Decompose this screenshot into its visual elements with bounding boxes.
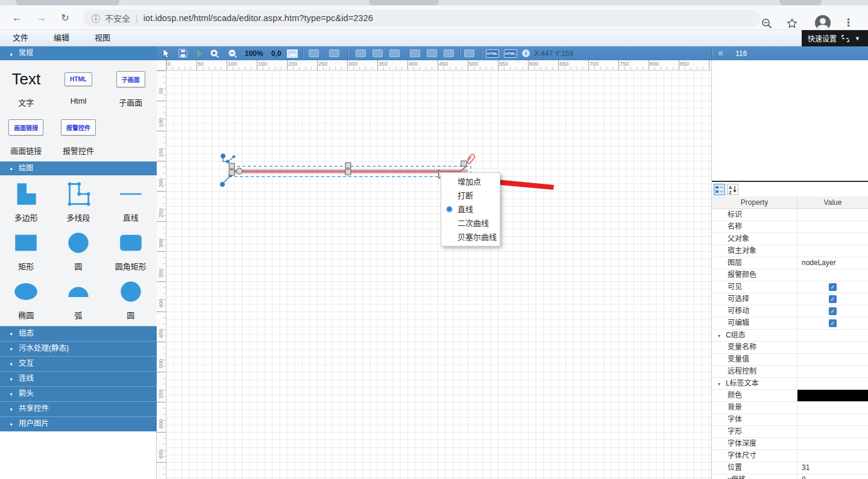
shape-item-polyline[interactable]: 多线段 (52, 180, 105, 229)
zoom-out-icon[interactable] (228, 46, 237, 60)
color-swatch[interactable] (797, 390, 868, 401)
pointer-tool-icon[interactable] (163, 46, 171, 60)
property-section-name[interactable]: ▼L标签文本 (712, 378, 797, 389)
checkbox-checked-icon[interactable]: ✓ (829, 307, 837, 315)
zoom-in-icon[interactable] (210, 46, 219, 60)
general-item-3[interactable]: 画面链接画面链接 (0, 113, 52, 161)
property-value[interactable] (797, 414, 868, 425)
checkbox-checked-icon[interactable]: ✓ (829, 283, 837, 291)
browser-tab[interactable] (779, 0, 822, 5)
menu-item-0[interactable]: 文件 (0, 30, 41, 46)
shape-item-circle[interactable]: 圆 (104, 278, 157, 327)
background-image-icon[interactable] (287, 46, 298, 60)
browser-tab[interactable] (369, 0, 439, 5)
triangle-down-icon: ▼ (9, 389, 13, 401)
bookmark-star-icon[interactable] (786, 17, 798, 30)
context-menu-item-1[interactable]: 打断 (441, 189, 500, 202)
group-icon[interactable] (309, 46, 319, 60)
sort-az-icon[interactable]: A Z (727, 184, 738, 195)
align-bottom-icon[interactable] (444, 46, 454, 60)
shape-item-rect[interactable]: 矩形 (0, 229, 52, 278)
save-icon[interactable] (178, 46, 187, 60)
context-menu-item-4[interactable]: 贝塞尔曲线 (441, 230, 500, 244)
align-top-icon[interactable] (410, 46, 420, 60)
property-value[interactable]: nodeLayer (797, 257, 868, 269)
zoom-indicator-icon[interactable] (761, 17, 773, 30)
sidebar-section-collapsed-5[interactable]: ▼共享控件 (0, 401, 157, 416)
design-canvas[interactable] (166, 70, 711, 479)
property-value[interactable] (797, 390, 868, 401)
sidebar-section-collapsed-1[interactable]: ▼污水处理(静态) (0, 341, 157, 356)
sidebar-section-collapsed-3[interactable]: ▼连线 (0, 371, 157, 386)
sidebar-section-collapsed-2[interactable]: ▼交互 (0, 356, 157, 371)
run-icon[interactable] (197, 46, 203, 60)
property-value[interactable] (797, 354, 868, 365)
general-item-4[interactable]: 报警控件报警控件 (52, 113, 105, 161)
menu-item-1[interactable]: 编辑 (41, 30, 82, 46)
menu-item-2[interactable]: 视图 (82, 30, 123, 46)
general-item-0[interactable]: Text文字 (0, 65, 52, 113)
preview-html-icon[interactable]: HTML (504, 46, 517, 60)
chevron-down-icon[interactable]: ▼ (855, 36, 860, 42)
property-value[interactable] (797, 221, 868, 233)
shape-item-polygon[interactable]: 多边形 (0, 180, 52, 229)
context-menu-item-3[interactable]: 二次曲线 (441, 216, 500, 230)
property-value[interactable]: ✓ (797, 293, 868, 305)
sidebar-section-drawing-header[interactable]: ▲绘图 (0, 161, 157, 175)
export-html-icon[interactable]: HTML (486, 46, 499, 60)
property-section-name[interactable]: ▼C组态 (712, 330, 797, 341)
property-value[interactable]: ✓ (797, 305, 868, 317)
general-item-1[interactable]: HTMLHtml (52, 65, 105, 113)
page-info-icon[interactable]: ⓘ (92, 12, 100, 24)
property-value[interactable]: 0 (797, 474, 868, 479)
context-menu-item-2[interactable]: 直线 (441, 202, 500, 216)
shape-item-rounded-rect[interactable]: 圆角矩形 (104, 229, 157, 278)
refresh-icon[interactable]: ↻ (57, 10, 73, 26)
align-left-icon[interactable] (356, 46, 366, 60)
info-icon[interactable]: i (522, 46, 530, 60)
checkbox-checked-icon[interactable]: ✓ (829, 319, 837, 327)
property-value[interactable] (797, 438, 868, 449)
general-item-2[interactable]: 子画面子画面 (104, 65, 157, 113)
back-icon[interactable]: ← (9, 10, 25, 26)
url-text[interactable]: iot.idosp.net/html/scada/editor.aspx.htm… (143, 13, 373, 23)
sidebar-section-general-header[interactable]: ▲常规 (0, 46, 157, 60)
forward-icon[interactable]: → (33, 10, 49, 26)
shape-item-arc[interactable]: 弧 (52, 278, 105, 327)
ungroup-icon[interactable] (329, 46, 339, 60)
quick-settings-button[interactable]: 快速设置 ▼ (802, 30, 868, 46)
property-value[interactable]: ✓ (797, 318, 868, 329)
property-value[interactable] (797, 366, 868, 377)
property-value[interactable] (797, 342, 868, 353)
property-name: 背景 (712, 402, 797, 413)
property-value[interactable] (797, 245, 868, 257)
shape-item-line[interactable]: 直线 (104, 180, 157, 229)
sidebar-section-collapsed-6[interactable]: ▼用户图片 (0, 416, 157, 431)
address-bar[interactable]: ⓘ 不安全 | iot.idosp.net/html/scada/editor.… (83, 10, 761, 27)
property-value[interactable] (797, 233, 868, 245)
property-value[interactable]: ✓ (797, 281, 868, 293)
property-value[interactable]: 31 (797, 462, 868, 474)
property-value[interactable] (797, 426, 868, 437)
property-value[interactable] (797, 402, 868, 413)
align-middle-icon[interactable] (427, 46, 437, 60)
ruler-v-label: 550 (158, 389, 164, 398)
shape-item-circle[interactable]: 圆 (52, 229, 105, 278)
profile-avatar[interactable] (815, 15, 831, 31)
sidebar-section-collapsed-4[interactable]: ▼箭头 (0, 386, 157, 401)
sidebar-section-collapsed-0[interactable]: ▼组态 (0, 326, 157, 341)
general-item-preview: Text (11, 65, 40, 93)
categorized-view-icon[interactable] (714, 184, 725, 195)
context-menu-item-0[interactable]: 增加点 (441, 175, 500, 189)
browser-tab[interactable] (16, 0, 119, 5)
property-value[interactable] (797, 269, 868, 281)
property-value[interactable] (797, 450, 868, 462)
browser-menu-icon[interactable]: ⋮ (843, 16, 854, 29)
property-value[interactable] (797, 209, 868, 221)
align-right-icon[interactable] (389, 46, 400, 60)
checkbox-checked-icon[interactable]: ✓ (829, 295, 837, 303)
property-name: 字形 (712, 426, 797, 437)
align-center-icon[interactable] (373, 46, 383, 60)
shape-item-ellipse[interactable]: 椭圆 (0, 278, 52, 327)
distribute-h-icon[interactable] (464, 46, 474, 60)
